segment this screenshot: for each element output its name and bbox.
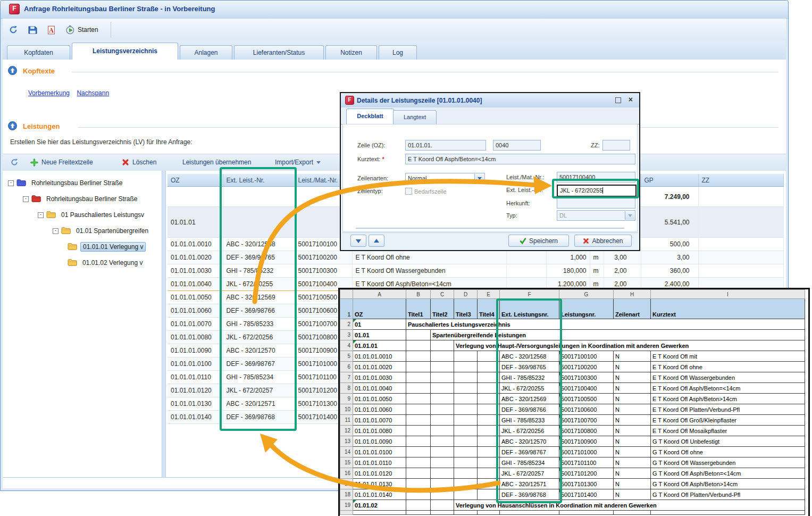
kurztext-field[interactable]: E T Koord Ofl Asph/Beton=<14cm [405, 154, 635, 164]
sheet-cell-g[interactable]: 50017100200 [559, 362, 614, 372]
sheet-header-cell[interactable]: Titel3 [454, 299, 478, 319]
lv-refresh-button[interactable] [10, 156, 19, 168]
sheet-row-number[interactable]: 9 [340, 394, 353, 404]
grid-row-01.01.01.0030[interactable]: 01.01.01.0030GHI - 785/8523250017100300E… [168, 264, 783, 278]
sheet-cell-a[interactable]: 01.01.01.0060 [353, 404, 406, 415]
sheet-cell-title[interactable]: Pauschaliertes Leistungsverzeichnis [406, 319, 805, 330]
sheet-row-number[interactable]: 11 [340, 415, 353, 426]
tree-expander-icon[interactable]: - [23, 196, 29, 202]
sheet-cell-empty[interactable] [454, 426, 478, 436]
sheet-cell-i[interactable]: G T Koord Ofl Platten/Verbund-Pfl [651, 489, 805, 500]
sheet-cell-i[interactable]: E T Koord Ofl Wassergebunden [651, 372, 805, 383]
sheet-cell-g[interactable]: 50017101100 [559, 457, 614, 468]
sheet-header-cell[interactable]: Ext. Leistungsnr. [500, 299, 559, 319]
sheet-cell-h[interactable]: N [614, 468, 651, 479]
sheet-header-cell[interactable]: Titel1 [406, 299, 431, 319]
sheet-cell-a[interactable]: 01.01.01.0030 [353, 372, 406, 383]
sheet-cell-empty[interactable] [454, 404, 478, 415]
sheet-cell-f[interactable]: GHI - 785/85234 [500, 457, 559, 468]
sheet-row-number[interactable]: 12 [340, 426, 353, 436]
sheet-cell-empty[interactable] [406, 457, 431, 468]
sheet-header-cell[interactable]: Kurztext [651, 299, 805, 319]
sheet-cell-empty[interactable] [431, 404, 454, 415]
tree-item-3[interactable]: -01.01 Spartenübergreifen [53, 224, 150, 238]
tree-item-5[interactable]: 01.01.02 Verlegung v [68, 256, 145, 270]
save-button[interactable]: Speichern [508, 235, 569, 247]
sheet-cell-empty[interactable] [454, 457, 478, 468]
sheet-header-cell[interactable]: Zeilenart [614, 299, 651, 319]
sheet-column-letter-H[interactable]: H [614, 290, 651, 299]
sheet-cell-f[interactable]: GHI - 785/85232 [500, 372, 559, 383]
sheet-cell-f[interactable]: ABC - 320/12568 [500, 351, 559, 362]
sheet-cell-empty[interactable] [431, 468, 454, 479]
sheet-cell-i[interactable]: E T Koord Ofl ohne [651, 362, 805, 372]
sheet-cell-g[interactable]: 50017100800 [559, 426, 614, 436]
sheet-cell-empty[interactable] [478, 457, 500, 468]
sheet-cell-title[interactable]: Verlegung von Haupt-/Versorgungsleitunge… [454, 340, 805, 351]
sheet-cell-empty[interactable] [406, 404, 431, 415]
sheet-cell-f[interactable]: ABC - 320/12569 [500, 394, 559, 404]
sheet-cell-empty[interactable] [454, 415, 478, 426]
sheet-row-number[interactable]: 16 [340, 468, 353, 479]
sheet-cell-a[interactable]: 01.01.01.0040 [353, 383, 406, 394]
lv-apply-button[interactable]: Leistungen übernehmen [182, 156, 251, 168]
sheet-row-number[interactable]: 2 [340, 319, 353, 330]
sheet-cell-h[interactable]: N [614, 372, 651, 383]
grid-row-01.01.01.0020[interactable]: 01.01.01.0020DEF - 369/9876550017100200E… [168, 251, 783, 264]
sheet-cell-empty[interactable] [478, 362, 500, 372]
sheet-header-cell[interactable]: Titel4 [478, 299, 500, 319]
sheet-cell-f[interactable]: DEF - 369/98765 [500, 362, 559, 372]
sheet-header-cell[interactable]: OZ [353, 299, 406, 319]
sheet-cell-empty[interactable] [478, 426, 500, 436]
sheet-cell-empty[interactable] [431, 362, 454, 372]
sheet-cell-empty[interactable] [431, 415, 454, 426]
sheet-column-letter-E[interactable]: E [478, 290, 500, 299]
move-up-button[interactable] [369, 235, 384, 247]
dialog-tab-deckblatt[interactable]: Deckblatt [346, 109, 394, 124]
sheet-cell-a[interactable]: 01.01.01.0020 [353, 362, 406, 372]
sheet-row-number[interactable]: 13 [340, 436, 353, 447]
sheet-row-number[interactable]: 1 [340, 299, 353, 319]
sheet-cell-empty[interactable] [431, 383, 454, 394]
sheet-cell-empty[interactable] [431, 351, 454, 362]
sheet-cell-empty[interactable] [454, 468, 478, 479]
sheet-cell-empty[interactable] [406, 500, 431, 511]
tree-item-0[interactable]: -Rohrleitungsbau Berliner Straße [8, 176, 124, 190]
sheet-cell-g[interactable]: 50017101200 [559, 468, 614, 479]
sheet-cell-i[interactable]: E T Koord Ofl Asph/Beton=<14cm [651, 383, 805, 394]
sheet-cell-empty[interactable] [478, 372, 500, 383]
tree-expander-icon[interactable]: - [53, 228, 58, 234]
sheet-cell-empty[interactable] [454, 489, 478, 500]
sheet-cell-empty[interactable] [406, 340, 431, 351]
sheet-cell-h[interactable]: N [614, 383, 651, 394]
sheet-cell-a[interactable]: 01.01 [353, 330, 406, 340]
sheet-cell-empty[interactable] [431, 436, 454, 447]
maximize-icon[interactable] [615, 97, 621, 103]
sheet-row-number[interactable]: 19 [340, 500, 353, 511]
sheet-row-number[interactable]: 4 [340, 340, 353, 351]
sheet-cell-h[interactable]: N [614, 426, 651, 436]
sheet-cell-g[interactable]: 50017100600 [559, 404, 614, 415]
sheet-cell-h[interactable]: N [614, 436, 651, 447]
sheet-cell-a[interactable]: 01.01.02 [353, 500, 406, 511]
sheet-cell-empty[interactable] [406, 415, 431, 426]
sheet-cell-empty[interactable] [454, 447, 478, 457]
sheet-cell-a[interactable]: 01.01.01.0120 [353, 468, 406, 479]
sheet-row-number[interactable]: 8 [340, 383, 353, 394]
lv-delete-button[interactable]: Löschen [122, 156, 156, 168]
sheet-cell-empty[interactable] [406, 372, 431, 383]
sheet-cell-i[interactable]: E T Koord Ofl Groß/Kleinpflaster [651, 415, 805, 426]
sheet-cell-a[interactable]: 01 [353, 319, 406, 330]
sheet-cell-empty[interactable] [431, 457, 454, 468]
tab-kopfdaten[interactable]: Kopfdaten [7, 45, 70, 60]
sheet-cell-empty[interactable] [454, 351, 478, 362]
grid-column-header-ZZ[interactable]: ZZ [698, 174, 783, 187]
sheet-cell-h[interactable]: N [614, 489, 651, 500]
lv-new-freitextzeile-button[interactable]: Neue Freitextzeile [30, 156, 93, 168]
sheet-row-number[interactable]: 10 [340, 404, 353, 415]
move-down-button[interactable] [350, 235, 366, 247]
tree-item-2[interactable]: -01 Pauschaliertes Leistungsv [38, 208, 146, 222]
sheet-cell-i[interactable]: G T Koord Ofl Wassergebunden [651, 457, 805, 468]
lv-import-export-button[interactable]: Import/Export [275, 156, 321, 168]
sheet-cell-empty[interactable] [478, 415, 500, 426]
